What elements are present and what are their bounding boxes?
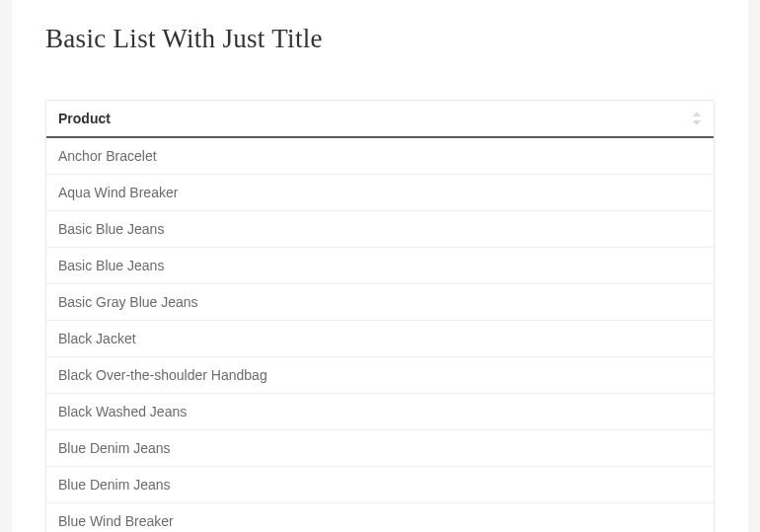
table-header[interactable]: Product: [46, 101, 714, 138]
column-header-product: Product: [58, 111, 111, 126]
table-row[interactable]: Black Jacket: [46, 321, 714, 357]
product-table: Product Anchor Bracelet Aqua Wind Breake…: [45, 100, 715, 532]
table-row[interactable]: Basic Gray Blue Jeans: [46, 284, 714, 321]
page-wrapper: Basic List With Just Title Product Ancho…: [12, 0, 748, 532]
page-title: Basic List With Just Title: [12, 0, 748, 54]
table-row[interactable]: Black Over-the-shoulder Handbag: [46, 357, 714, 394]
table-row[interactable]: Blue Denim Jeans: [46, 430, 714, 467]
sort-icon[interactable]: [692, 112, 702, 125]
table-row[interactable]: Blue Wind Breaker: [46, 503, 714, 532]
table-row[interactable]: Basic Blue Jeans: [46, 211, 714, 248]
table-row[interactable]: Anchor Bracelet: [46, 138, 714, 175]
table-row[interactable]: Blue Denim Jeans: [46, 467, 714, 503]
table-row[interactable]: Basic Blue Jeans: [46, 248, 714, 284]
table-row[interactable]: Black Washed Jeans: [46, 394, 714, 430]
table-row[interactable]: Aqua Wind Breaker: [46, 175, 714, 211]
